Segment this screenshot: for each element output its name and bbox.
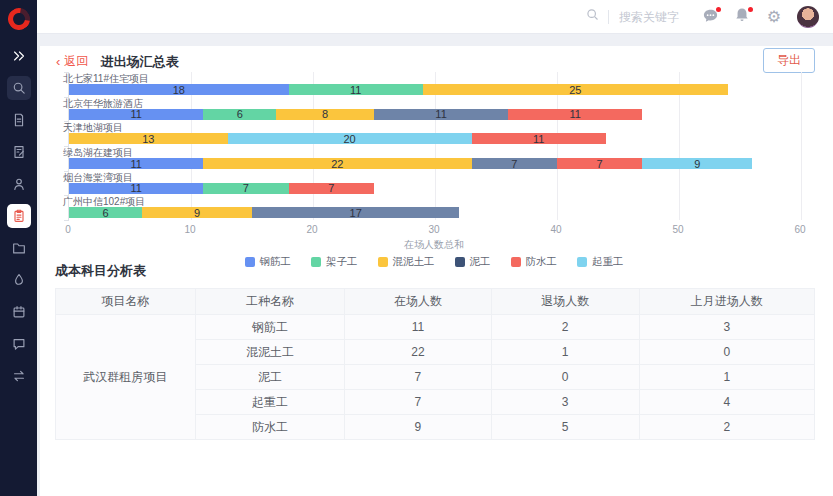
x-tick-label: 50 <box>672 224 683 235</box>
sidebar-item-users[interactable] <box>7 172 31 196</box>
cost-table-title: 成本科目分析表 <box>55 262 815 278</box>
bar-segment-起重工[interactable]: 9 <box>642 158 752 169</box>
stacked-bar: 132011 <box>69 133 606 144</box>
search-divider <box>608 10 609 24</box>
bar-segment-混泥土工[interactable]: 22 <box>203 158 471 169</box>
sidebar-item-collapse[interactable] <box>7 44 31 68</box>
sidebar-item-search[interactable] <box>7 76 31 100</box>
bar-segment-架子工[interactable]: 6 <box>203 109 276 120</box>
table-cell: 7 <box>345 365 491 390</box>
back-button[interactable]: ‹ 返回 <box>56 53 88 70</box>
notification-badge-dot <box>716 7 721 12</box>
bar-segment-架子工[interactable]: 6 <box>69 207 142 218</box>
avatar[interactable] <box>797 6 819 28</box>
table-cell: 1 <box>491 340 639 365</box>
sidebar-item-messages[interactable] <box>7 332 31 356</box>
topbar-settings-button[interactable]: ⚙ <box>765 8 783 26</box>
topbar-messages-button[interactable] <box>701 8 719 26</box>
column-header: 工种名称 <box>195 289 345 315</box>
bar-segment-钢筋工[interactable]: 18 <box>69 84 289 95</box>
edit-document-icon <box>11 144 27 160</box>
app-logo[interactable] <box>3 4 34 35</box>
table-cell: 3 <box>491 390 639 415</box>
bar-segment-混泥土工[interactable]: 9 <box>142 207 252 218</box>
bar-segment-泥工[interactable]: 11 <box>374 109 508 120</box>
bar-segment-防水工[interactable]: 7 <box>557 158 642 169</box>
bar-segment-钢筋工[interactable]: 11 <box>69 183 203 194</box>
sidebar-item-reports[interactable] <box>7 204 31 228</box>
x-tick-label: 30 <box>428 224 439 235</box>
table-cell: 泥工 <box>195 365 345 390</box>
chart-row: 绿岛湖在建项目1122779 <box>69 146 800 170</box>
table-cell: 0 <box>639 340 814 365</box>
document-icon <box>11 112 27 128</box>
transfer-icon <box>11 368 27 384</box>
table-cell: 起重工 <box>195 390 345 415</box>
stacked-bar: 1177 <box>69 183 374 194</box>
table-cell: 5 <box>491 415 639 440</box>
bar-segment-钢筋工[interactable]: 11 <box>69 158 203 169</box>
chart-row: 北京年华旅游酒店11681111 <box>69 97 800 121</box>
sidebar-item-documents[interactable] <box>7 108 31 132</box>
table-cell: 7 <box>345 390 491 415</box>
sidebar-item-transfer[interactable] <box>7 364 31 388</box>
bar-segment-防水工[interactable]: 11 <box>472 133 606 144</box>
page-toolbar: ‹ 返回 进出场汇总表 导出 <box>40 46 833 74</box>
x-tick-label: 0 <box>65 224 71 235</box>
bar-segment-防水工[interactable]: 11 <box>508 109 642 120</box>
topbar-notifications-button[interactable] <box>733 8 751 26</box>
bar-segment-起重工[interactable]: 20 <box>228 133 472 144</box>
sidebar-item-files[interactable] <box>7 236 31 260</box>
bar-segment-混泥土工[interactable]: 13 <box>69 133 228 144</box>
bar-segment-防水工[interactable]: 7 <box>289 183 374 194</box>
search-icon[interactable] <box>585 7 600 26</box>
stacked-bar: 6917 <box>69 207 459 218</box>
topbar: ⚙ <box>37 0 833 34</box>
y-axis-tick <box>64 220 69 221</box>
calendar-icon <box>11 304 27 320</box>
table-cell: 防水工 <box>195 415 345 440</box>
project-name-cell: 武汉群租房项目 <box>56 315 196 440</box>
table-cell: 3 <box>639 315 814 340</box>
table-cell: 9 <box>345 415 491 440</box>
chart-row: 广州中信102#项目6917 <box>69 195 800 219</box>
bar-segment-钢筋工[interactable]: 11 <box>69 109 203 120</box>
cost-table-section: 成本科目分析表 项目名称工种名称在场人数退场人数上月进场人数 武汉群租房项目钢筋… <box>55 262 815 440</box>
table-cell: 混泥土工 <box>195 340 345 365</box>
bar-segment-架子工[interactable]: 11 <box>289 84 423 95</box>
double-chevron-right-icon <box>11 48 27 64</box>
table-cell: 22 <box>345 340 491 365</box>
x-tick-label: 40 <box>550 224 561 235</box>
table-cell: 钢筋工 <box>195 315 345 340</box>
table-row: 武汉群租房项目钢筋工1123 <box>56 315 815 340</box>
search-icon <box>11 80 27 96</box>
x-tick-label: 60 <box>794 224 805 235</box>
chart-row: 天津地湖项目132011 <box>69 121 800 145</box>
table-cell: 1 <box>639 365 814 390</box>
sidebar-item-water[interactable] <box>7 268 31 292</box>
bar-segment-泥工[interactable]: 7 <box>472 158 557 169</box>
table-cell: 11 <box>345 315 491 340</box>
bar-segment-架子工[interactable]: 7 <box>203 183 288 194</box>
page-title: 进出场汇总表 <box>101 54 179 69</box>
entry-exit-chart: 北七家11#住宅项目181125北京年华旅游酒店11681111天津地湖项目13… <box>40 72 833 268</box>
notification-badge-dot <box>748 7 753 12</box>
gear-icon: ⚙ <box>767 9 781 25</box>
bar-segment-泥工[interactable]: 17 <box>252 207 459 218</box>
stacked-bar: 11681111 <box>69 109 642 120</box>
export-button[interactable]: 导出 <box>763 48 815 73</box>
column-header: 项目名称 <box>56 289 196 315</box>
stacked-bar: 181125 <box>69 84 728 95</box>
user-icon <box>11 176 27 192</box>
x-tick-label: 10 <box>184 224 195 235</box>
column-header: 退场人数 <box>491 289 639 315</box>
gridline <box>801 72 802 220</box>
x-axis-ticks: 0102030405060 <box>68 224 800 236</box>
bar-segment-混泥土工[interactable]: 8 <box>276 109 374 120</box>
bar-segment-混泥土工[interactable]: 25 <box>423 84 728 95</box>
x-tick-label: 20 <box>306 224 317 235</box>
back-label: 返回 <box>64 53 88 70</box>
sidebar-item-calendar[interactable] <box>7 300 31 324</box>
sidebar-item-compose[interactable] <box>7 140 31 164</box>
cost-table-header-row: 项目名称工种名称在场人数退场人数上月进场人数 <box>56 289 815 315</box>
